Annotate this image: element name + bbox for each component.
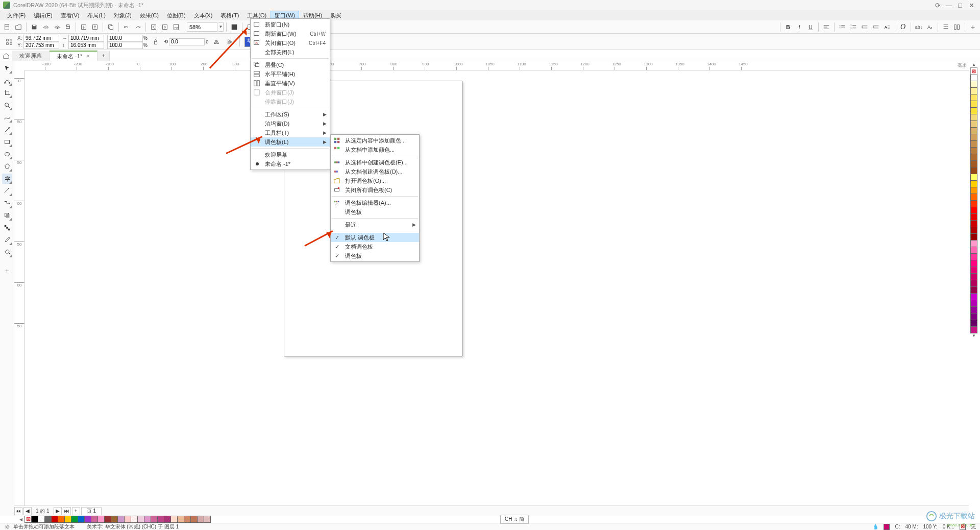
aa-icon[interactable]: Aₐ (925, 22, 935, 32)
document-tabs: 欢迎屏幕 未命名 -1*× + (0, 50, 980, 61)
import2-icon[interactable] (149, 22, 159, 32)
italic-button[interactable]: I (794, 22, 804, 32)
cloud-up-icon[interactable] (40, 22, 51, 32)
menu-effects[interactable]: 效果(C) (136, 11, 163, 20)
save-icon[interactable] (29, 22, 39, 32)
numlist-icon[interactable]: 12 (848, 22, 859, 32)
add-button-icon[interactable]: + (968, 22, 978, 32)
pdf-icon[interactable]: PDF (171, 22, 181, 32)
close-icon[interactable]: ✕ (966, 1, 977, 9)
indent-inc-icon[interactable] (871, 22, 881, 32)
align-left-icon[interactable] (821, 22, 831, 32)
tab-new[interactable]: + (97, 51, 110, 61)
menu-edit[interactable]: 编辑(E) (30, 11, 57, 20)
cloud-down-icon[interactable] (52, 22, 62, 32)
svg-rect-10 (163, 25, 167, 29)
open-icon[interactable] (13, 22, 23, 32)
mi-new-window[interactable]: 新窗口(N) (251, 20, 330, 29)
svg-text:1: 1 (850, 24, 852, 27)
svg-rect-8 (110, 26, 113, 29)
menu-bitmap[interactable]: 位图(B) (163, 11, 190, 20)
svg-rect-47 (254, 32, 259, 36)
menu-file[interactable]: 文件(F) (3, 11, 30, 20)
svg-rect-13 (232, 24, 237, 30)
svg-rect-28 (7, 42, 9, 44)
redo-icon[interactable] (133, 22, 143, 32)
pct-label-2: % (143, 42, 148, 48)
print-icon[interactable] (63, 22, 73, 32)
dropcap-icon[interactable]: A (882, 22, 892, 32)
new-icon[interactable] (2, 22, 12, 32)
zoom-input[interactable] (187, 22, 217, 32)
svg-rect-3 (66, 26, 70, 28)
home-icon[interactable] (0, 51, 12, 61)
maximize-icon[interactable]: □ (954, 1, 966, 9)
height-input[interactable] (68, 42, 104, 49)
tab-welcome[interactable]: 欢迎屏幕 (12, 51, 50, 61)
svg-rect-30 (154, 41, 157, 44)
mirror-h-icon[interactable] (211, 37, 222, 47)
fullscreen-icon[interactable] (229, 22, 239, 32)
columns-icon[interactable] (952, 22, 962, 32)
new-window-icon (253, 20, 261, 29)
export2-icon[interactable] (160, 22, 170, 32)
text-direction-icon[interactable] (941, 22, 951, 32)
scale-y-input[interactable] (107, 42, 143, 49)
pos-y-input[interactable] (23, 42, 59, 49)
tab-document[interactable]: 未命名 -1*× (50, 51, 97, 61)
undo-icon[interactable] (121, 22, 132, 32)
degree-label: o (206, 39, 209, 44)
menu-object[interactable]: 对象(J) (110, 11, 136, 20)
width-input[interactable] (68, 35, 104, 42)
mi-close-all[interactable]: 全部关闭(L) (251, 47, 330, 57)
mi-close-window[interactable]: 关闭窗口(O)Ctrl+F4 (251, 38, 330, 47)
tab-close-icon[interactable]: × (86, 53, 90, 60)
mi-cascade[interactable]: 层叠(C) (251, 60, 330, 61)
grid-icon[interactable] (4, 37, 14, 47)
cascade-icon (253, 61, 261, 61)
close-window-icon (253, 39, 261, 47)
svg-rect-29 (10, 42, 12, 44)
import-icon[interactable] (79, 22, 89, 32)
bullet-icon[interactable] (837, 22, 847, 32)
menu-text[interactable]: 文本(X) (190, 11, 217, 20)
minimize-icon[interactable]: — (943, 1, 954, 9)
window-menu-dropdown: 新窗口(N) 刷新窗口(W)Ctrl+W 关闭窗口(O)Ctrl+F4 全部关闭… (250, 18, 330, 61)
pos-x-input[interactable] (23, 35, 59, 42)
menu-view[interactable]: 查看(V) (57, 11, 84, 20)
char-fx-icon[interactable]: O (898, 22, 908, 32)
window-controls: ⟳ — □ ✕ (932, 1, 977, 9)
titlebar: CorelDRAW 2020 (64-Bit 试用期限到期) - 未命名 -1*… (0, 0, 980, 10)
rotate-icon: ⟲ (164, 39, 168, 44)
svg-rect-4 (66, 25, 69, 26)
bold-button[interactable]: B (783, 22, 793, 32)
menubar: 文件(F) 编辑(E) 查看(V) 布局(L) 对象(J) 效果(C) 位图(B… (0, 10, 980, 20)
sync-icon[interactable]: ⟳ (932, 1, 943, 9)
svg-rect-24 (954, 25, 957, 29)
menu-table[interactable]: 表格(T) (216, 11, 243, 20)
zoom-dropdown-icon[interactable]: ▼ (218, 22, 224, 32)
svg-text:2: 2 (850, 27, 852, 29)
svg-point-19 (840, 25, 841, 26)
rotation-input[interactable] (169, 38, 205, 45)
standard-toolbar: PDF ▼ B I U 12 A O ab↓ Aₐ + (0, 20, 980, 34)
app-icon (3, 2, 10, 9)
lock-ratio-icon[interactable] (151, 37, 161, 47)
svg-text:A: A (885, 25, 888, 29)
mi-refresh-window[interactable]: 刷新窗口(W)Ctrl+W (251, 29, 330, 38)
underline-button[interactable]: U (805, 22, 816, 32)
export-icon[interactable] (90, 22, 100, 32)
svg-rect-27 (10, 39, 12, 41)
scale-x-input[interactable] (107, 35, 143, 42)
svg-rect-26 (7, 39, 9, 41)
copy-icon[interactable] (106, 22, 116, 32)
indent-dec-icon[interactable] (860, 22, 870, 32)
svg-point-20 (840, 27, 841, 28)
svg-rect-46 (254, 22, 259, 27)
svg-rect-9 (152, 25, 156, 29)
refresh-window-icon (253, 30, 261, 38)
ab-icon[interactable]: ab↓ (914, 22, 924, 32)
menu-layout[interactable]: 布局(L) (83, 11, 109, 20)
app-title: CorelDRAW 2020 (64-Bit 试用期限到期) - 未命名 -1* (13, 2, 143, 9)
pct-label-1: % (143, 35, 148, 41)
